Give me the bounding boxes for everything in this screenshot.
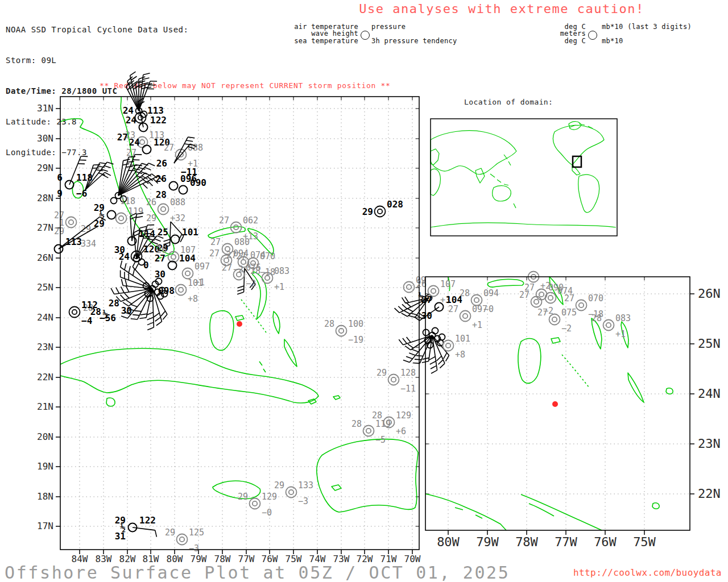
storm-position-dot [552, 401, 558, 407]
coastline [514, 203, 516, 208]
station-plot: 29133−3 [274, 480, 313, 506]
station-circle-inner [253, 501, 257, 506]
wind-barb-feather [105, 172, 111, 176]
station-circle [179, 186, 188, 194]
lat-tick-label: 18N [37, 491, 53, 502]
wind-barb-feather [133, 169, 140, 170]
wind-barb-feather [129, 266, 130, 273]
station-circle [443, 340, 454, 351]
station-value-tr: 101 [455, 334, 470, 344]
wind-barb-feather [407, 337, 411, 342]
wind-barb-feather [139, 318, 146, 319]
station-circle [116, 213, 127, 224]
wind-barb-feather [438, 360, 443, 364]
station-circle [336, 326, 347, 336]
station-circle [143, 146, 151, 154]
lon-tick-label: 78W [515, 535, 538, 549]
station-value-tr: 119 [375, 419, 391, 429]
coastline [60, 348, 318, 403]
station-circle [549, 314, 560, 325]
wind-barb-feather [405, 297, 409, 302]
wind-barb-feather [121, 295, 125, 300]
wind-barb-feather [127, 77, 133, 81]
coastline [308, 396, 340, 404]
lon-tick-label: 80W [437, 535, 460, 549]
station-circle [363, 426, 374, 436]
wind-barb-feather [126, 286, 129, 292]
wind-barb-feather [430, 361, 436, 364]
station-value-tl: 24 [126, 115, 136, 126]
station-circle [183, 268, 193, 279]
coastline [317, 439, 418, 512]
coastline [652, 503, 659, 509]
station-plot: 27088+1 [164, 143, 203, 169]
lat-tick-label: 22N [698, 487, 721, 501]
station-value-bl: 30 [155, 269, 166, 280]
station-value-l: 30 [121, 305, 132, 316]
station-value-l: 29 [362, 206, 373, 217]
station-circle [576, 300, 587, 311]
wind-barb-feather [431, 365, 437, 369]
station-value-tr: 028 [387, 199, 403, 210]
station-value-tr: 101 [188, 278, 203, 288]
coastline [425, 494, 506, 530]
station-value-tr: 119 [128, 206, 143, 217]
station-plot: 101+8 [176, 278, 204, 304]
station-value-tl: 27 [222, 263, 232, 273]
coastline [493, 186, 511, 201]
coastline [106, 398, 115, 406]
station-value-br: −5 [375, 435, 386, 445]
station-value-tr: 098 [158, 285, 175, 296]
wind-barb-feather [429, 356, 436, 360]
station-value-tl: 29 [274, 480, 284, 490]
lat-tick-label: 28N [37, 193, 53, 203]
wind-barb-feather [144, 167, 151, 170]
wind-barb-feather [102, 174, 109, 178]
wind-barb-feather [154, 313, 160, 317]
station-circle-inner [119, 216, 123, 221]
lat-tick-label: 30N [37, 133, 53, 144]
domain-rectangle [573, 156, 581, 167]
wind-barb-feather [123, 159, 130, 160]
station-value-tl: 25 [158, 227, 168, 238]
station-value-tr: 097 [472, 304, 487, 314]
wind-barb-feather [413, 363, 420, 363]
station-circle [286, 487, 297, 498]
lon-tick-label: 77W [555, 535, 577, 549]
wind-barb-feather [104, 165, 110, 168]
station-value-tr: 114 [139, 228, 155, 239]
main-map: 84W83W82W81W80W79W78W77W76W75W74W73W72W7… [37, 72, 426, 564]
station-value-tr: 118 [120, 196, 135, 206]
wind-barb-feather [402, 304, 407, 309]
station-value-tl: 26 [146, 197, 156, 207]
station-plot: 02829 [362, 199, 403, 217]
wind-barb-feather [147, 312, 153, 314]
coastline [551, 338, 560, 343]
station-circle-inner [185, 271, 190, 276]
buoy-plot-page: NOAA SSD Tropical Cyclone Data Used: Sto… [0, 0, 728, 582]
station-plot: 29 [81, 224, 91, 234]
station-plot: 2608829+32 [146, 197, 185, 223]
station-plot: 334 [81, 239, 96, 249]
coastline [213, 481, 260, 499]
wind-barb-feather [395, 308, 400, 313]
coastline [332, 485, 341, 490]
station-circle [158, 204, 169, 215]
lat-tick-label: 25N [37, 282, 53, 293]
world-inset-map [431, 119, 617, 236]
station-circle [404, 282, 415, 293]
station-plot: 27075−2 [537, 307, 577, 334]
station-circle-inner [171, 255, 176, 259]
source-url[interactable]: http://coolwx.com/buoydata [573, 567, 722, 578]
wind-barb-feather [237, 289, 243, 292]
station-circle [111, 198, 117, 204]
station-plot: 29½29 [94, 202, 116, 229]
wind-barb-feather [111, 288, 114, 294]
lat-tick-label: 31N [37, 103, 53, 114]
wind-barb-feather [121, 279, 123, 286]
coastline [431, 131, 516, 174]
station-value-bl: 30 [421, 310, 432, 321]
wind-barb-feather [398, 306, 403, 311]
wind-barb-feather [440, 363, 445, 368]
station-value-br: −0 [262, 508, 272, 518]
